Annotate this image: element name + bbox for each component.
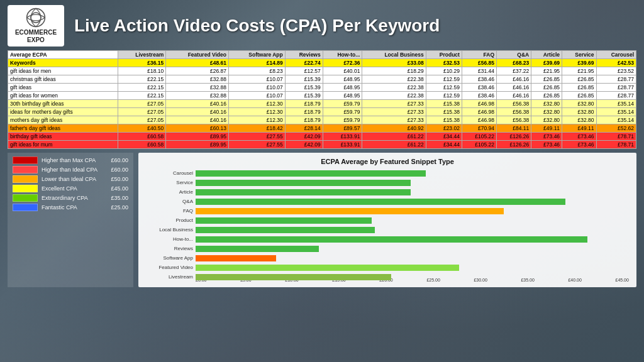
cell-4-8: £46.98 [462,100,496,108]
subheader-cell-4: £22.74 [285,59,323,67]
bar-row: Service [146,178,629,187]
cell-4-4: £18.79 [285,100,323,108]
subheader-cell-7: £32.53 [426,59,462,67]
bar-label: Software App [146,255,193,261]
cell-9-9: £126.26 [497,141,531,149]
cell-1-8: £38.46 [462,75,496,84]
cell-6-1: £27.05 [118,116,166,124]
cell-3-5: £48.95 [323,92,362,100]
cell-2-2: £32.88 [166,84,229,92]
cell-4-5: £59.79 [323,100,362,108]
cell-8-7: £34.44 [426,133,462,141]
logo-icon [26,8,46,28]
cell-2-4: £15.39 [285,84,323,92]
bar-fill [196,274,391,280]
subheader-cell-9: £68.23 [497,59,531,67]
bar-row: FAQ [146,207,629,215]
bar-track [196,255,629,261]
cell-0-3: £8.23 [228,67,285,75]
cell-3-7: £12.59 [426,92,462,100]
cell-2-1: £22.15 [118,84,166,92]
bar-row: Reviews [146,244,629,253]
cell-4-10: £32.80 [531,100,562,108]
bar-row: Featured Video [146,263,629,272]
cell-1-10: £26.85 [531,75,562,84]
chart-title: ECPA Average by Featured Snippet Type [146,158,629,165]
cell-0-6: £18.29 [362,67,426,75]
bar-track [196,217,629,224]
cell-5-9: £56.38 [497,108,531,116]
bar-label: Carousel [146,170,193,176]
col-header-howto: How-to... [323,51,362,59]
bar-row: How-to... [146,235,629,243]
col-header-keyword: Average ECPA [8,51,118,59]
cell-6-8: £46.98 [462,116,496,124]
cell-5-3: £12.30 [228,108,285,116]
cell-1-9: £46.16 [497,75,531,84]
cell-8-0: birthday gift ideas [8,133,118,141]
bar-label: Product [146,217,193,223]
cell-1-2: £32.88 [166,75,229,84]
cell-8-1: £60.58 [118,133,166,141]
legend-value: £35.00 [106,195,128,201]
legend-box: Higher than Max CPA£60.00Higher than Ide… [8,153,133,287]
cell-5-2: £40.16 [166,108,229,116]
bar-fill [196,217,372,224]
svg-point-1 [31,13,41,23]
cell-2-8: £38.46 [462,84,496,92]
cell-4-3: £12.30 [228,100,285,108]
cell-7-8: £70.94 [462,124,496,133]
table-row: gift ideas for mum£60.58£89.95£27.55£42.… [8,141,636,149]
svg-point-0 [27,9,45,27]
bar-fill [196,208,504,214]
cell-1-0: christmas gift ideas [8,75,118,84]
legend-value: £25.00 [106,204,128,211]
bar-fill [196,189,411,195]
bar-label: Reviews [146,246,193,251]
cell-2-0: gift ideas [8,84,118,92]
legend-item: Higher than Max CPA£60.00 [13,156,128,164]
subheader-cell-3: £14.89 [228,59,285,67]
col-header-software: Software App [228,51,285,59]
cell-3-4: £15.39 [285,92,323,100]
bar-label: Livestream [146,274,193,280]
cell-0-8: £31.44 [462,67,496,75]
table-row: gift ideas for men£18.10£26.87£8.23£12.5… [8,67,636,75]
legend-label: Extraordinary CPA [42,195,88,201]
cell-5-0: ideas for mothers day gifts [8,108,118,116]
bar-fill [196,227,375,233]
bar-fill [196,180,411,186]
legend-item: Extraordinary CPA£35.00 [13,194,128,202]
cell-0-0: gift ideas for men [8,67,118,75]
cell-0-5: £40.01 [323,67,362,75]
table-row: birthday gift ideas£60.58£89.95£27.55£42… [8,133,636,141]
table-row: father's day gift ideas£40.50£60.13£18.4… [8,124,636,133]
bar-track [196,236,629,243]
subheader-cell-1: £36.15 [118,59,166,67]
cell-8-11: £73.46 [562,133,596,141]
cell-7-2: £60.13 [166,124,229,133]
table-row: 30th birthday gift ideas£27.05£40.16£12.… [8,100,636,108]
cell-9-3: £27.55 [228,141,285,149]
table-row: christmas gift ideas£22.15£32.88£10.07£1… [8,75,636,84]
legend-label: Higher than Max CPA [42,157,96,163]
legend-label: Lower than Ideal CPA [42,176,96,182]
cell-7-5: £89.57 [323,124,362,133]
cell-3-1: £22.15 [118,92,166,100]
legend-color-swatch [13,185,38,192]
cell-7-12: £52.62 [596,124,636,133]
bar-label: FAQ [146,208,193,214]
legend-value: £45.00 [106,185,128,192]
cell-7-7: £23.02 [426,124,462,133]
cell-1-11: £26.85 [562,75,596,84]
table-row: gift ideas£22.15£32.88£10.07£15.39£48.95… [8,84,636,92]
cell-3-9: £46.16 [497,92,531,100]
cell-7-10: £49.11 [531,124,562,133]
header: ECOMMERCE EXPO Live Action Video Costs (… [8,5,636,47]
cell-6-12: £35.14 [596,116,636,124]
cell-6-7: £15.38 [426,116,462,124]
legend-label: Fantastic CPA [42,204,77,211]
legend-value: £60.00 [106,157,128,163]
cell-8-8: £105.22 [462,133,496,141]
legend-color-swatch [13,204,38,211]
